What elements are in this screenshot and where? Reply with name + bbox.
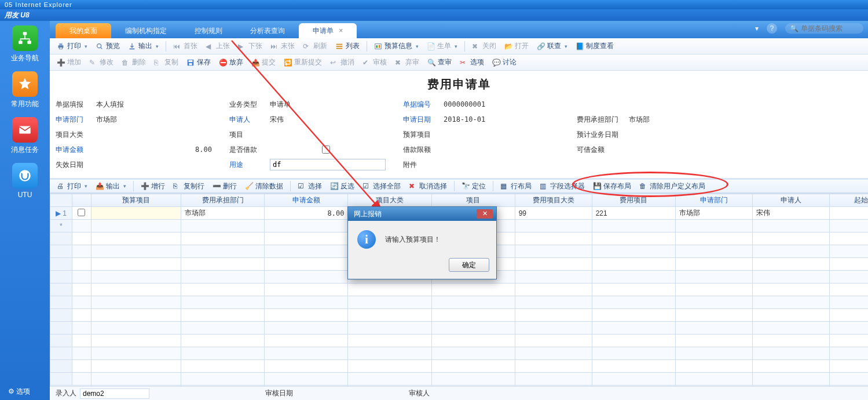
preview-button[interactable]: 预览 — [92, 40, 123, 52]
review-button[interactable]: 🔍查审 — [424, 56, 455, 68]
gt-rowlayout[interactable]: ▦行布局 — [497, 180, 535, 192]
table-sum-row: 合计8.00 — [50, 386, 869, 387]
sidebar-messages[interactable]: 消息任务 — [5, 117, 45, 155]
checkbox-isloan[interactable] — [322, 146, 330, 154]
search-icon: 🔍 — [790, 24, 799, 32]
dialog-titlebar[interactable]: 网上报销 ✕ — [348, 207, 496, 221]
export-button[interactable]: 输出 — [124, 40, 162, 52]
cell-start[interactable] — [829, 207, 868, 220]
col-fitem[interactable]: 费用项目 — [592, 194, 675, 207]
save-icon — [186, 59, 195, 67]
cell-fitem[interactable]: 221 — [592, 207, 675, 220]
dialog-ok-button[interactable]: 确定 — [449, 258, 489, 272]
label-amount[interactable]: 申请金额 — [56, 145, 96, 155]
label-auditor: 审核人 — [409, 388, 430, 398]
col-budget[interactable]: 预算项目 — [91, 194, 181, 207]
gt-copyrow[interactable]: ⎘复制行 — [170, 180, 208, 192]
sidebar-favorites[interactable]: 常用功能 — [5, 71, 45, 109]
label-date[interactable]: 申请日期 — [403, 115, 444, 125]
svg-rect-2 — [27, 41, 31, 43]
cell-adept[interactable]: 市场部 — [675, 207, 752, 220]
label-purpose[interactable]: 用途 — [229, 160, 270, 170]
label-fillmode: 单据填报 — [56, 100, 96, 110]
policy-button[interactable]: 📘制度查看 — [572, 40, 617, 52]
clearlayout-icon: 🗑 — [639, 182, 647, 190]
col-adept[interactable]: 申请部门 — [675, 194, 752, 207]
value-fillmode: 本人填报 — [96, 100, 124, 110]
gt-selectall[interactable]: ☑选择全部 — [359, 180, 404, 192]
mail-icon — [12, 117, 38, 143]
first-icon: ⏮ — [173, 42, 181, 50]
row-check[interactable] — [72, 207, 91, 220]
gt-addrow[interactable]: ➕增行 — [137, 180, 169, 192]
option-icon: ✂ — [460, 59, 468, 67]
gt-invert[interactable]: 🔄反选 — [327, 180, 358, 192]
svg-rect-17 — [189, 60, 193, 62]
gt-export[interactable]: 📤输出 — [92, 180, 130, 192]
submit-button: 📤提交 — [248, 56, 279, 68]
budget-info-button[interactable]: 预算信息 — [371, 40, 422, 52]
list-button[interactable]: 列表 — [332, 40, 363, 52]
discuss-button[interactable]: 💬讨论 — [489, 56, 520, 68]
col-pcat[interactable]: 项目大类 — [348, 194, 431, 207]
help-button[interactable]: ? — [767, 23, 777, 34]
col-start[interactable]: 起始日期 — [829, 194, 868, 207]
tab-request[interactable]: 申请单 × — [299, 23, 357, 38]
gt-delrow[interactable]: ➖删行 — [209, 180, 240, 192]
discard-icon: ⛔ — [219, 59, 227, 67]
svg-rect-7 — [59, 47, 62, 49]
input-purpose[interactable] — [270, 159, 386, 170]
tab-org[interactable]: 编制机构指定 — [111, 23, 181, 38]
sidebar-biz-nav[interactable]: 业务导航 — [5, 26, 45, 63]
option-button[interactable]: ✂选项 — [456, 56, 488, 68]
cell-budget[interactable] — [91, 207, 181, 220]
col-proj[interactable]: 项目 — [431, 194, 515, 207]
gt-clear[interactable]: 🧹清除数据 — [241, 180, 287, 192]
dialog-close-button[interactable]: ✕ — [477, 209, 493, 219]
close-icon[interactable]: × — [339, 27, 343, 35]
next-icon: ▶ — [238, 42, 246, 50]
input-entry[interactable] — [80, 388, 149, 399]
col-aperson[interactable]: 申请人 — [752, 194, 829, 207]
cell-amount[interactable]: 8.00 — [265, 207, 348, 220]
gt-locate[interactable]: 🔭定位 — [458, 180, 489, 192]
label-applicant[interactable]: 申请人 — [229, 115, 270, 125]
delrow-icon: ➖ — [213, 182, 221, 190]
save-button[interactable]: 保存 — [183, 56, 214, 68]
col-amount[interactable]: 申请金额 — [265, 194, 348, 207]
label-dept[interactable]: 申请部门 — [56, 115, 96, 125]
chevron-down-icon[interactable]: ▾ — [755, 24, 759, 32]
sidebar-label: UTU — [5, 191, 45, 199]
gt-clearlayout[interactable]: 🗑清除用户定义布局 — [636, 180, 709, 192]
page-title: 费用申请单 — [50, 71, 868, 96]
label-beardept: 费用承担部门 — [577, 115, 629, 125]
tab-analysis[interactable]: 分析表查询 — [236, 23, 299, 38]
barcode-search-input[interactable] — [801, 24, 859, 32]
link-query-button[interactable]: 🔗联查 — [533, 40, 571, 52]
gt-print[interactable]: 🖨打印 — [53, 180, 91, 192]
tab-desktop[interactable]: 我的桌面 — [56, 23, 111, 38]
gt-unselect[interactable]: ✖取消选择 — [405, 180, 451, 192]
label-isloan: 是否借款 — [229, 145, 270, 155]
gt-select[interactable]: ☑选择 — [294, 180, 325, 192]
cell-ficat[interactable]: 99 — [515, 207, 592, 220]
link-icon: 🔗 — [537, 42, 545, 50]
sidebar-options[interactable]: ⚙ 选项 — [0, 387, 50, 397]
cell-aperson[interactable]: 宋伟 — [752, 207, 829, 220]
label-docno[interactable]: 单据编号 — [403, 100, 444, 110]
gt-savelayout[interactable]: 💾保存布局 — [589, 180, 635, 192]
barcode-search[interactable]: 🔍 — [785, 23, 863, 34]
invert-icon: 🔄 — [330, 182, 338, 190]
table-empty-row — [50, 283, 869, 296]
label-budgetitem: 预算项目 — [403, 130, 444, 140]
tab-rules[interactable]: 控制规则 — [181, 23, 236, 38]
gt-fieldsel[interactable]: ▥字段选择器 — [536, 180, 588, 192]
print-button[interactable]: 打印 — [53, 40, 91, 52]
discard-button[interactable]: ⛔放弃 — [215, 56, 247, 68]
policy-icon: 📘 — [576, 42, 584, 50]
col-beardept[interactable]: 费用承担部门 — [181, 194, 265, 207]
col-ficat[interactable]: 费用项目大类 — [515, 194, 592, 207]
sidebar-utu[interactable]: UTU — [5, 163, 45, 199]
prev-button: ◀上张 — [202, 40, 233, 52]
cell-dept[interactable]: 市场部 — [181, 207, 265, 220]
